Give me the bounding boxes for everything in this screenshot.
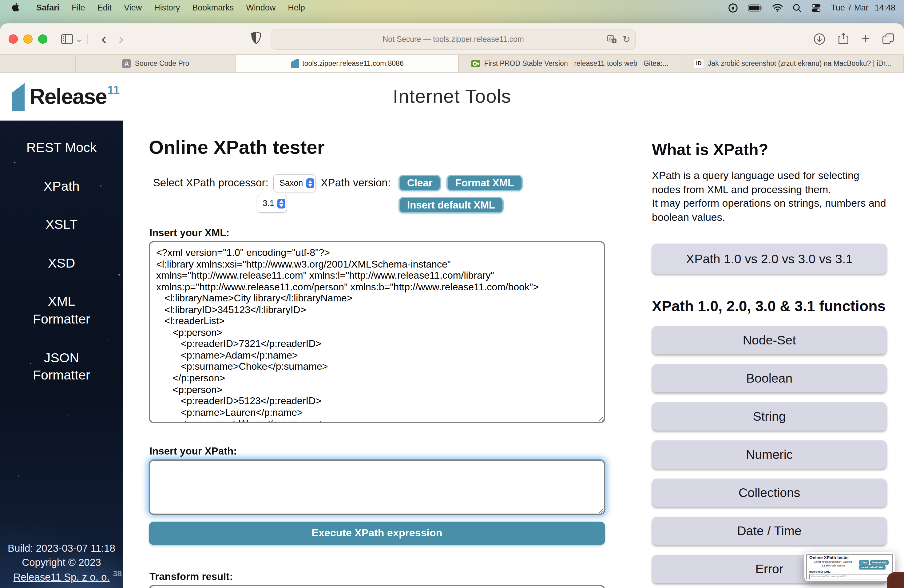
menu-bar-clock[interactable]: Tue 7 Mar 14:48 — [831, 3, 895, 12]
spotlight-search-icon[interactable] — [793, 3, 801, 12]
sidebar-item-xslt[interactable]: XSLT — [24, 216, 100, 234]
collections-functions-button[interactable]: Collections — [652, 479, 887, 507]
string-functions-button[interactable]: String — [652, 403, 887, 431]
copyright: Copyright © 2023 — [0, 555, 123, 570]
menu-bar-time: 14:48 — [874, 3, 895, 12]
sidebar-item-xml-formatter[interactable]: XML Formatter — [24, 293, 100, 328]
node-set-functions-button[interactable]: Node-Set — [652, 326, 887, 354]
sidebar-item-xsd[interactable]: XSD — [24, 254, 100, 272]
tools-sidebar: REST Mock XPath XSLT XSD XML Formatter J… — [0, 120, 123, 588]
downloads-icon[interactable] — [814, 33, 825, 44]
screen: Safari File Edit View History Bookmarks … — [0, 0, 904, 588]
generic-a-favicon: A — [122, 59, 131, 68]
translate-icon[interactable]: Ax — [607, 35, 617, 44]
share-icon[interactable] — [838, 33, 849, 45]
forward-button[interactable]: › — [119, 32, 123, 46]
power-menu-icon[interactable] — [728, 3, 738, 13]
sidebar-toggle-icon[interactable] — [61, 33, 73, 44]
tool-title: Online XPath tester — [149, 136, 605, 159]
idream-favicon: iD — [694, 58, 704, 69]
xpath-tester-main: Online XPath tester Select XPath process… — [149, 120, 605, 588]
version-label: XPath version: — [321, 177, 391, 189]
execute-xpath-button[interactable]: Execute XPath expression — [149, 522, 605, 545]
xml-input-label: Insert your XML: — [149, 227, 605, 239]
zoom-window-button[interactable] — [38, 34, 47, 43]
webpage: Release 11 Internet Tools REST Mock XPat… — [0, 73, 904, 588]
tab-idream[interactable]: iD Jak zrobić screenshot (zrzut ekranu) … — [681, 55, 904, 72]
processor-label: Select XPath processor: — [153, 177, 268, 189]
tab-bar: A Source Code Pro tools.zipper.release11… — [0, 54, 904, 73]
close-window-button[interactable] — [9, 34, 18, 43]
page-body: REST Mock XPath XSLT XSD XML Formatter J… — [0, 120, 904, 588]
minimize-window-button[interactable] — [24, 34, 33, 43]
control-center-icon[interactable] — [811, 3, 821, 12]
date-time-functions-button[interactable]: Date / Time — [652, 517, 887, 545]
menu-item-safari[interactable]: Safari — [30, 3, 65, 12]
xpath-input-label: Insert your XPath: — [149, 445, 605, 457]
select-stepper-icon — [306, 179, 314, 188]
tab-release11-tools[interactable]: tools.zipper.release11.com:8086 — [236, 55, 459, 72]
address-text: Not Secure — tools.zipper.release11.com — [382, 35, 524, 44]
screenshot-preview-overlay[interactable]: Online XPath tester Select XPath process… — [804, 552, 895, 581]
tab-overview-icon[interactable] — [882, 33, 894, 44]
svg-text:x: x — [613, 39, 615, 43]
screenshot-preview-content: Online XPath tester Select XPath process… — [806, 554, 893, 579]
what-is-xpath-text-2: It may perform operations on strings, nu… — [652, 197, 887, 224]
reload-icon[interactable]: ↻ — [623, 34, 631, 45]
sidebar-item-json-formatter[interactable]: JSON Formatter — [24, 349, 100, 384]
menu-item-file[interactable]: File — [65, 3, 91, 12]
format-xml-button[interactable]: Format XML — [447, 175, 523, 191]
window-controls — [9, 34, 47, 43]
menu-item-window[interactable]: Window — [240, 3, 282, 12]
xpath-versions-compare-button[interactable]: XPath 1.0 vs 2.0 vs 3.0 vs 3.1 — [652, 244, 887, 274]
browser-toolbar: ⌄ ‹ › Not Secure — tools.zipper.release1… — [0, 24, 904, 54]
release11-logo-triangle-icon — [11, 82, 27, 111]
sidebar-item-xpath[interactable]: XPath — [24, 177, 100, 195]
apple-logo-icon[interactable] — [12, 3, 22, 13]
select-stepper-icon — [277, 199, 285, 209]
page-title: Internet Tools — [393, 85, 511, 107]
processor-controls: Select XPath processor: Saxon XPath vers… — [149, 175, 605, 213]
sidebar-item-rest-mock[interactable]: REST Mock — [24, 139, 100, 156]
tab-source-code-pro[interactable]: A Source Code Pro — [76, 55, 236, 72]
battery-icon[interactable] — [748, 4, 763, 11]
tab-gitea[interactable]: First PROD Stable Version - release11-to… — [459, 55, 681, 72]
menu-item-bookmarks[interactable]: Bookmarks — [186, 3, 240, 12]
svg-text:A: A — [609, 36, 612, 41]
menu-item-view[interactable]: View — [118, 3, 148, 12]
back-button[interactable]: ‹ — [101, 32, 106, 46]
boolean-functions-button[interactable]: Boolean — [652, 364, 887, 393]
logo-superscript: 11 — [107, 84, 120, 96]
xml-input[interactable]: <?xml version="1.0" encoding="utf-8"?> <… — [149, 241, 605, 423]
clear-button[interactable]: Clear — [398, 175, 441, 191]
version-select[interactable]: 3.1 — [257, 195, 286, 212]
what-is-xpath-text-1: XPath is a query language used for selec… — [652, 169, 887, 197]
what-is-xpath-title: What is XPath? — [652, 140, 887, 159]
build-info: Build: 2023-03-07 11:18 — [0, 541, 123, 555]
xpath-input[interactable] — [149, 460, 605, 515]
transform-result-output[interactable] — [149, 585, 605, 588]
processor-select[interactable]: Saxon — [274, 175, 316, 192]
insert-default-xml-button[interactable]: Insert default XML — [398, 197, 504, 213]
menu-item-help[interactable]: Help — [282, 3, 311, 12]
tab-bar-spacer — [0, 55, 76, 72]
release11-favicon — [291, 59, 299, 68]
numeric-functions-button[interactable]: Numeric — [652, 441, 887, 469]
corner-decoration — [887, 572, 904, 588]
address-bar[interactable]: Not Secure — tools.zipper.release11.com … — [270, 29, 636, 50]
menu-item-history[interactable]: History — [148, 3, 186, 12]
company-link[interactable]: Release11 Sp. z o. o. — [0, 570, 123, 584]
sidebar-chevron-down-icon[interactable]: ⌄ — [76, 34, 82, 43]
xpath-info-column: What is XPath? XPath is a query language… — [652, 120, 887, 588]
macos-menu-bar: Safari File Edit View History Bookmarks … — [0, 0, 904, 15]
safari-window: ⌄ ‹ › Not Secure — tools.zipper.release1… — [0, 24, 904, 588]
functions-title: XPath 1.0, 2.0, 3.0 & 3.1 functions — [652, 298, 887, 315]
result-label: Transform result: — [149, 571, 605, 582]
function-button-list: Node-Set Boolean String Numeric Collecti… — [652, 326, 887, 588]
wifi-icon[interactable] — [773, 4, 783, 12]
menu-item-edit[interactable]: Edit — [91, 3, 118, 12]
privacy-shield-icon[interactable] — [251, 32, 261, 44]
new-tab-icon[interactable]: + — [861, 31, 869, 47]
logo-wordmark: Release — [30, 82, 107, 111]
release11-logo[interactable]: Release 11 — [11, 82, 120, 111]
